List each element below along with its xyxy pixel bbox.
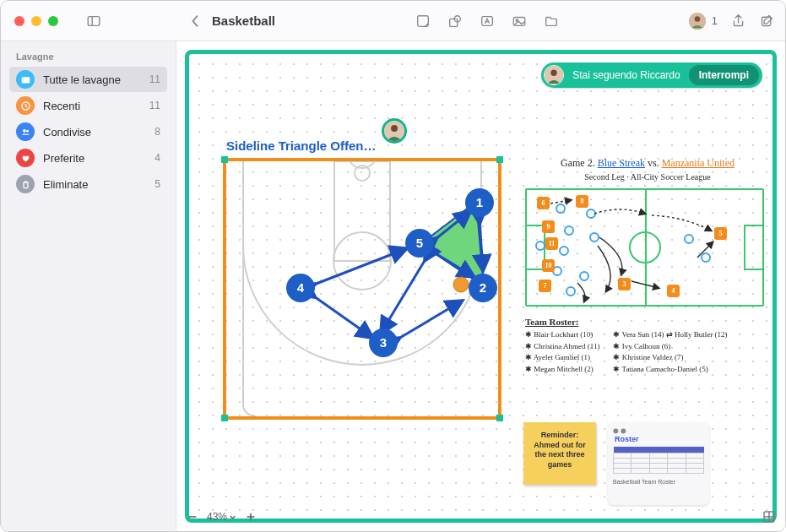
media-tool-button[interactable] [511,13,528,30]
sidebar-item-shared[interactable]: Condivise 8 [9,119,167,144]
sidebar-item-label: Eliminate [43,178,88,191]
sidebar-item-label: Tutte le lavagne [43,73,121,86]
participant-avatar[interactable] [688,12,707,30]
sidebar-item-count: 11 [149,100,160,111]
play-title: Sideline Triangle Offen… [223,138,501,153]
roster-entry: ✱ Khristine Valdez (7) [613,352,727,364]
sidebar-item-label: Recenti [43,100,80,112]
maximize-window-button[interactable] [48,16,58,26]
svg-point-7 [516,19,518,20]
player-chip: 7 [539,280,551,292]
minimize-window-button[interactable] [31,16,41,26]
zoom-level-dropdown[interactable]: 43% [207,511,236,523]
sidebar-item-count: 8 [154,126,160,138]
game-subtitle: Second Leg · All-City Soccer League [525,172,770,182]
following-frame: Stai seguendo Riccardo Interrompi Sideli… [185,50,777,523]
sidebar-section-header: Lavagne [9,48,167,67]
svg-text:2: 2 [480,280,486,295]
title-area: Basketball [187,13,275,30]
player-chip: 6 [537,197,550,209]
player-chip: 5 [714,227,727,240]
shape-tool-button[interactable] [447,13,463,30]
close-window-button[interactable] [14,16,24,26]
back-button[interactable] [187,13,203,30]
zoom-controls: 43% [183,508,260,526]
titlebar: Basketball 1 [1,1,785,41]
svg-point-13 [23,129,26,133]
file-thumb-title: Roster [615,435,704,443]
right-group: 1 [688,12,775,30]
basketball-court[interactable]: 1 2 3 4 5 [223,158,501,420]
sidebar-item-count: 4 [154,152,160,164]
roster-entry: ✱ Ivy Calhoun (6) [613,341,727,353]
svg-line-23 [314,249,405,285]
text-tool-button[interactable] [479,13,496,30]
player-chip: 8 [576,195,588,208]
svg-rect-11 [21,77,30,83]
zoom-out-button[interactable] [183,508,202,526]
soccer-field[interactable]: 6 8 9 11 10 7 3 4 5 [525,188,764,307]
roster-entry: ✱ Megan Mitchell (2) [525,364,599,376]
svg-rect-19 [334,161,390,261]
sidebar-item-all[interactable]: Tutte le lavagne 11 [9,67,167,92]
share-button[interactable] [729,13,746,30]
svg-text:3: 3 [380,335,387,350]
roster-entry: ✱ Christina Ahmed (11) [525,341,599,353]
clock-icon [16,96,35,115]
svg-line-25 [398,301,461,339]
svg-point-14 [26,129,29,132]
heart-icon [16,149,35,167]
window-controls [1,16,77,26]
sidebar-item-label: Preferite [43,152,84,165]
roster-entry: ✱ Vera Sun (14) ⇄ Holly Butler (12) [613,329,727,341]
roster-entry: ✱ Tatiana Camacho-Daniel (5) [613,364,727,376]
people-icon [16,122,35,141]
player-chip: 10 [542,259,555,272]
roster-block: Team Roster: ✱ Blair Lockhart (10) ✱ Chr… [525,317,770,375]
player-chip: 3 [618,278,631,290]
svg-line-24 [314,296,371,337]
sidebar: Lavagne Tutte le lavagne 11 Recenti 11 [1,41,176,531]
svg-text:1: 1 [476,195,483,209]
chevron-down-icon [229,513,236,521]
note-tool-button[interactable] [415,13,431,30]
sidebar-item-count: 5 [154,178,160,190]
trash-icon [16,175,35,193]
svg-point-30 [453,277,469,292]
svg-rect-3 [450,19,458,26]
svg-line-26 [382,259,426,332]
roster-title: Team Roster: [525,317,578,327]
zoom-in-button[interactable] [241,508,260,526]
following-text: Stai seguendo Riccardo [572,69,680,81]
sidebar-item-deleted[interactable]: Eliminate 5 [9,171,167,197]
player-chip: 4 [667,285,680,297]
navigator-button[interactable] [760,508,778,526]
file-caption: Basketball Team Roster [613,479,704,485]
file-tool-button[interactable] [543,13,560,30]
compose-button[interactable] [758,13,775,30]
sidebar-toggle-button[interactable] [85,13,102,30]
sidebar-item-count: 11 [149,73,160,85]
roster-entry: ✱ Blair Lockhart (10) [525,329,599,341]
canvas-area[interactable]: Stai seguendo Riccardo Interrompi Sideli… [176,41,785,531]
roster-entry: ✱ Ayelet Gamliel (1) [525,352,599,364]
participant-count: 1 [712,14,718,27]
sticky-note[interactable]: Reminder: Ahmed out for the next three g… [523,422,596,485]
game-notes-group[interactable]: Game 2. Blue Streak vs. Manzanita United… [525,157,770,375]
play-diagram-group[interactable]: Sideline Triangle Offen… [223,138,501,420]
stop-following-button[interactable]: Interrompi [689,65,759,85]
sidebar-item-label: Condivise [43,126,91,138]
app-window: Basketball 1 [0,0,786,532]
collaborator-cursor-icon [382,118,407,144]
sidebar-item-favorites[interactable]: Preferite 4 [9,145,167,171]
svg-text:5: 5 [416,236,423,250]
player-chip: 9 [542,220,555,233]
board-title: Basketball [212,14,275,28]
svg-point-16 [551,70,557,76]
sidebar-item-recent[interactable]: Recenti 11 [9,93,167,118]
svg-rect-0 [88,16,100,25]
zoom-level-value: 43% [207,511,227,523]
player-chip: 11 [545,237,558,250]
following-pill: Stai seguendo Riccardo Interrompi [541,62,762,88]
file-attachment[interactable]: ⬤ ⬤ Roster Basketball Team Roster [608,422,709,505]
